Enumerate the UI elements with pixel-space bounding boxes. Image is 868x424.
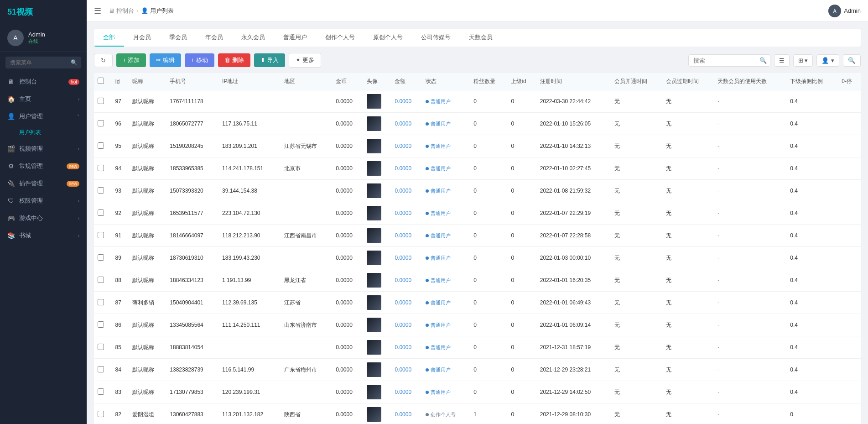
sidebar-username: Admin	[28, 31, 45, 38]
import-button[interactable]: ⬆ 导入	[254, 53, 286, 67]
cell-ip	[218, 90, 281, 113]
move-button[interactable]: + 移动	[185, 53, 214, 67]
cell-fans: 0	[470, 336, 507, 359]
edit-button[interactable]: ✏ 编辑	[150, 53, 181, 67]
col-commission: 下级抽佣比例	[786, 73, 838, 90]
tab-company-media[interactable]: 公司传媒号	[412, 29, 460, 47]
sidebar-item-user-mgmt[interactable]: 👤 用户管理 ˅	[0, 108, 87, 125]
cell-amount[interactable]: 0.0000	[391, 292, 422, 314]
row-checkbox[interactable]	[98, 142, 104, 149]
row-checkbox[interactable]	[98, 209, 104, 216]
cell-tianshu-days: -	[714, 292, 786, 314]
cell-member-start: 无	[611, 381, 662, 403]
row-checkbox[interactable]	[98, 232, 104, 238]
cell-amount[interactable]: 0.0000	[391, 314, 422, 336]
row-checkbox[interactable]	[98, 411, 104, 417]
page-content: 全部 月会员 季会员 年会员 永久会员 普通用户 创作个人号 原创个人号 公司传…	[87, 22, 868, 424]
cell-coins: 0.0000	[332, 336, 363, 359]
cell-amount[interactable]: 0.0000	[391, 113, 422, 135]
sidebar-item-user-list[interactable]: 用户列表	[0, 125, 87, 140]
sidebar-item-general-mgmt-label: 常规管理	[19, 162, 65, 170]
cell-amount[interactable]: 0.0000	[391, 180, 422, 202]
delete-button[interactable]: 🗑 删除	[218, 53, 250, 67]
more-button[interactable]: ✦ 更多	[289, 53, 321, 68]
tab-monthly[interactable]: 月会员	[124, 29, 160, 47]
row-checkbox[interactable]	[98, 187, 104, 194]
cell-member-end: 无	[662, 269, 714, 292]
tab-quarterly[interactable]: 季会员	[160, 29, 196, 47]
cell-tianshu-days: -	[714, 314, 786, 336]
view-grid-button[interactable]: ⊞ ▾	[793, 54, 813, 67]
sidebar-item-perm-mgmt[interactable]: 🛡 权限管理 ›	[0, 192, 87, 209]
column-settings-button[interactable]: 👤 ▾	[816, 54, 839, 67]
cell-amount[interactable]: 0.0000	[391, 202, 422, 225]
cell-region: 黑龙江省	[281, 269, 332, 292]
row-checkbox[interactable]	[98, 321, 104, 328]
add-button[interactable]: + 添加	[116, 53, 146, 67]
cell-member-end: 无	[662, 292, 714, 314]
cell-amount[interactable]: 0.0000	[391, 157, 422, 180]
row-checkbox[interactable]	[98, 277, 104, 283]
table-search-icon[interactable]: 🔍	[759, 57, 767, 64]
cell-status: 普通用户	[422, 247, 470, 269]
cell-member-start: 无	[611, 180, 662, 202]
row-checkbox[interactable]	[98, 120, 104, 126]
view-list-button[interactable]: ☰	[774, 54, 790, 67]
sidebar-item-bookstore[interactable]: 📚 书城 ›	[0, 227, 87, 244]
cell-reg-time: 2022-01-10 15:26:05	[536, 113, 611, 135]
row-checkbox[interactable]	[98, 344, 104, 350]
refresh-button[interactable]: ↻	[94, 54, 113, 67]
row-checkbox[interactable]	[98, 165, 104, 171]
cell-amount[interactable]: 0.0000	[391, 90, 422, 113]
tab-creator-personal[interactable]: 创作个人号	[316, 29, 364, 47]
row-checkbox[interactable]	[98, 254, 104, 261]
sidebar-item-video-mgmt[interactable]: 🎬 视频管理 ›	[0, 140, 87, 157]
sidebar-item-general-mgmt[interactable]: ⚙ 常规管理 new	[0, 157, 87, 175]
cell-nickname: 爱阴湿坦	[129, 403, 166, 424]
cell-amount[interactable]: 0.0000	[391, 403, 422, 424]
sidebar-item-plugin-mgmt[interactable]: 🔌 插件管理 new	[0, 175, 87, 192]
cell-amount[interactable]: 0.0000	[391, 336, 422, 359]
sidebar-search-input[interactable]	[5, 57, 81, 68]
cell-member-start: 无	[611, 113, 662, 135]
sidebar-item-perm-mgmt-label: 权限管理	[19, 197, 78, 205]
tab-tianshu[interactable]: 天数会员	[460, 29, 502, 47]
cell-member-end: 无	[662, 381, 714, 403]
sidebar-user-status: 在线	[28, 38, 45, 45]
cell-reg-time: 2021-12-29 08:10:30	[536, 403, 611, 424]
sidebar-item-game-center[interactable]: 🎮 游戏中心 ›	[0, 209, 87, 227]
row-checkbox[interactable]	[98, 98, 104, 104]
tab-normal[interactable]: 普通用户	[274, 29, 316, 47]
table-row: 94 默认昵称 18533965385 114.241.178.151 北京市 …	[94, 157, 861, 180]
cell-tianshu-days: -	[714, 381, 786, 403]
cell-amount[interactable]: 0.0000	[391, 135, 422, 157]
cell-amount[interactable]: 0.0000	[391, 381, 422, 403]
cell-amount[interactable]: 0.0000	[391, 269, 422, 292]
filter-search-button[interactable]: 🔍	[843, 54, 861, 67]
cell-avatar	[363, 202, 391, 225]
row-checkbox[interactable]	[98, 388, 104, 395]
table-search-input[interactable]	[688, 54, 770, 67]
sidebar-item-console[interactable]: 🖥 控制台 hot	[0, 73, 87, 90]
cell-ip: 183.199.43.230	[218, 247, 281, 269]
cell-phone: 18146664097	[166, 225, 218, 247]
tab-permanent[interactable]: 永久会员	[232, 29, 274, 47]
sidebar-item-home[interactable]: 🏠 主页 ›	[0, 90, 87, 108]
cell-commission: 0.4	[786, 90, 838, 113]
row-checkbox[interactable]	[98, 299, 104, 305]
cell-amount[interactable]: 0.0000	[391, 225, 422, 247]
cell-phone: 15073393320	[166, 180, 218, 202]
cell-id: 97	[112, 90, 129, 113]
topbar-menu-toggle[interactable]: ☰	[94, 6, 101, 16]
cell-fans: 0	[470, 381, 507, 403]
cell-member-start: 无	[611, 359, 662, 381]
tab-all[interactable]: 全部	[94, 29, 124, 47]
row-checkbox[interactable]	[98, 366, 104, 372]
cell-ip: 113.201.132.182	[218, 403, 281, 424]
cell-region: 江苏省无锡市	[281, 135, 332, 157]
cell-amount[interactable]: 0.0000	[391, 247, 422, 269]
cell-amount[interactable]: 0.0000	[391, 359, 422, 381]
select-all-checkbox[interactable]	[98, 78, 104, 84]
tab-original-personal[interactable]: 原创个人号	[364, 29, 412, 47]
tab-annual[interactable]: 年会员	[196, 29, 232, 47]
